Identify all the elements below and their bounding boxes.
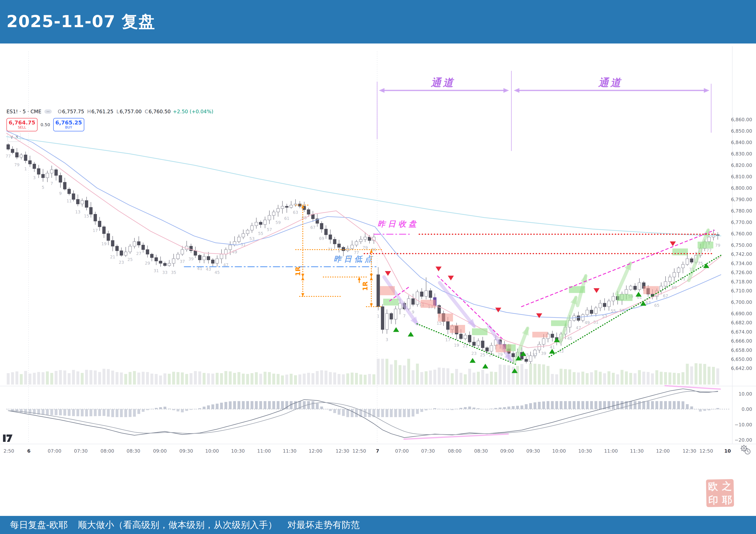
buy-marker (482, 364, 488, 369)
svg-text:7: 7 (403, 314, 406, 318)
price-tick: 6,800.00 (731, 185, 752, 191)
entry-zone-box (472, 328, 487, 335)
sell-marker (436, 267, 442, 271)
chart-canvas[interactable]: 7779135791113151719212325272931333537394… (0, 0, 756, 534)
buy-marker (635, 292, 641, 296)
price-tick: 6,750.00 (731, 242, 752, 248)
price-tick: 6,674.00 (731, 329, 752, 335)
stop-zone-box (532, 332, 548, 338)
time-tick: 10:30 (578, 448, 592, 454)
price-tick: 6,726.00 (731, 270, 752, 275)
trendlines (390, 230, 721, 365)
time-tick: 09:00 (153, 448, 167, 454)
svg-text:65: 65 (654, 303, 660, 308)
macd-line (8, 389, 718, 438)
svg-text:77: 77 (6, 154, 11, 159)
stop-zone-box (380, 286, 395, 295)
svg-text:35: 35 (171, 270, 176, 275)
svg-text:39: 39 (188, 256, 194, 261)
price-tick: 6,690.00 (731, 311, 752, 316)
price-tick: 6,642.00 (731, 366, 752, 371)
svg-text:1: 1 (377, 314, 380, 318)
buy-marker (470, 358, 475, 363)
svg-text:33: 33 (162, 270, 168, 275)
buy-marker (554, 338, 560, 342)
svg-text:77: 77 (706, 248, 712, 253)
seal-char: 欧 (708, 481, 718, 491)
svg-text:17: 17 (93, 228, 98, 233)
price-tick: 6,780.00 (731, 208, 752, 214)
svg-text:69: 69 (319, 236, 324, 241)
svg-text:25: 25 (480, 352, 485, 357)
stop-zone-box (438, 314, 453, 321)
svg-text:43: 43 (558, 349, 564, 354)
time-tick: 10:30 (231, 448, 245, 454)
tradingview-logo-icon[interactable] (3, 435, 13, 442)
key-levels: 昨日收盘昨日低点 (184, 219, 716, 267)
buy-marker (393, 327, 399, 332)
svg-text:9: 9 (59, 191, 62, 196)
price-tick: 6,682.00 (731, 320, 752, 325)
time-tick: 12:50 (699, 448, 713, 454)
indicator-tick: 0.00 (742, 407, 752, 412)
stop-zone-box (421, 300, 436, 308)
time-tick: 09:00 (500, 448, 514, 454)
svg-text:23: 23 (119, 260, 124, 265)
time-tick: 12:00 (656, 448, 670, 454)
svg-text:59: 59 (275, 220, 281, 225)
hand-annotation: 昨日收盘 (378, 219, 419, 228)
svg-text:29: 29 (498, 352, 503, 357)
signal-line (8, 391, 718, 435)
svg-text:75: 75 (698, 261, 703, 266)
entry-zone-box (506, 344, 516, 351)
svg-text:17: 17 (445, 338, 450, 342)
page: 2025-11-07 复盘 ES1! · 5 · CME — O6,757.75… (0, 0, 756, 534)
time-tick: 10:00 (552, 448, 566, 454)
svg-text:45: 45 (215, 270, 220, 275)
svg-text:63: 63 (293, 210, 298, 215)
svg-text:53: 53 (249, 236, 255, 241)
indicator-tick: −10.00 (735, 422, 752, 427)
svg-text:23: 23 (471, 351, 476, 356)
entry-zone-box (551, 320, 567, 326)
svg-text:15: 15 (84, 214, 89, 218)
channel-label: 通道 (598, 76, 622, 89)
author-seal-watermark: 欧 之 印 耶 (706, 479, 734, 507)
time-tick: 07:00 (395, 448, 409, 454)
time-tick: 08:30 (474, 448, 488, 454)
svg-text:3: 3 (33, 175, 36, 180)
svg-text:39: 39 (541, 351, 546, 356)
ma-slow (7, 137, 721, 236)
stop-zone-box (450, 325, 465, 333)
time-tick: 12:00 (309, 448, 322, 454)
time-tick: 08:00 (448, 448, 461, 454)
time-tick: 07:30 (421, 448, 435, 454)
svg-text:27: 27 (136, 251, 141, 256)
time-tick: 07:00 (48, 448, 61, 454)
price-tick: 6,830.00 (731, 151, 752, 157)
price-tick: 6,710.00 (731, 288, 752, 293)
time-tick: 11:30 (630, 448, 643, 454)
impulse-ribbons (384, 228, 709, 362)
time-tick: 11:00 (604, 448, 618, 454)
stop-zone-box (643, 286, 659, 294)
indicator-tick: −20.00 (735, 437, 752, 443)
svg-text:21: 21 (110, 255, 115, 259)
time-tick: 11:30 (283, 448, 296, 454)
risk-label: 1R (294, 267, 302, 276)
time-tick: 11:00 (257, 448, 271, 454)
clock-icon[interactable] (745, 449, 750, 454)
svg-text:37: 37 (532, 352, 537, 357)
buy-marker (703, 263, 709, 268)
time-tick: 12:30 (683, 448, 696, 454)
buy-marker (549, 349, 555, 354)
sell-marker (385, 271, 391, 276)
seal-char: 之 (722, 481, 732, 491)
price-tick: 6,718.00 (731, 279, 752, 285)
sell-marker (670, 242, 676, 246)
entry-zone-box (617, 294, 633, 301)
hand-annotation: 昨日低点 (334, 255, 375, 263)
gear-icon[interactable] (741, 445, 747, 451)
price-tick: 6,700.00 (731, 299, 752, 305)
svg-text:3: 3 (386, 337, 388, 342)
